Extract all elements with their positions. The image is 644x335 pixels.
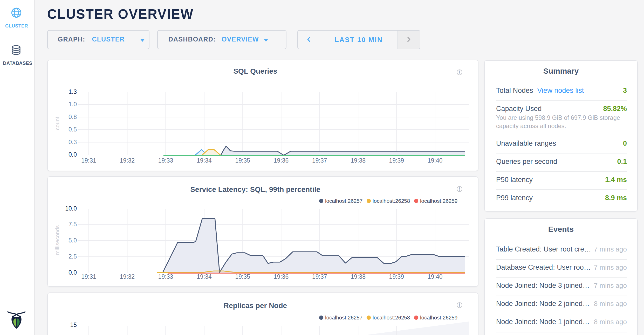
svg-text:0.8: 0.8 [68, 114, 77, 120]
svg-text:localhost:26258: localhost:26258 [373, 198, 410, 204]
svg-text:milliseconds: milliseconds [54, 225, 60, 255]
svg-text:5.0: 5.0 [68, 237, 77, 243]
svg-text:19:33: 19:33 [158, 273, 173, 280]
svg-text:localhost:26259: localhost:26259 [420, 314, 457, 320]
svg-text:19:38: 19:38 [351, 157, 366, 164]
svg-text:7.5: 7.5 [68, 221, 77, 227]
svg-text:2.5: 2.5 [68, 253, 77, 260]
svg-text:1.0: 1.0 [68, 101, 77, 108]
svg-text:0.0: 0.0 [68, 151, 77, 158]
svg-text:19:34: 19:34 [197, 273, 212, 280]
svg-text:19:35: 19:35 [235, 273, 250, 280]
svg-text:19:36: 19:36 [274, 273, 289, 280]
svg-text:19:39: 19:39 [389, 273, 404, 280]
svg-text:19:36: 19:36 [274, 157, 289, 164]
svg-text:localhost:26257: localhost:26257 [325, 314, 362, 320]
svg-text:15: 15 [70, 321, 77, 328]
svg-text:19:32: 19:32 [120, 273, 135, 280]
svg-text:19:31: 19:31 [81, 273, 96, 280]
svg-text:localhost:26257: localhost:26257 [325, 198, 362, 204]
svg-text:19:37: 19:37 [312, 273, 327, 280]
svg-text:19:35: 19:35 [235, 157, 250, 164]
svg-text:19:31: 19:31 [81, 157, 96, 164]
svg-text:0.5: 0.5 [68, 126, 77, 133]
svg-text:0.0: 0.0 [68, 269, 77, 276]
svg-text:count: count [54, 117, 60, 130]
svg-text:1.3: 1.3 [68, 88, 77, 95]
svg-text:19:40: 19:40 [428, 157, 443, 164]
svg-text:0.3: 0.3 [68, 139, 77, 145]
svg-text:19:32: 19:32 [120, 157, 135, 164]
svg-text:localhost:26258: localhost:26258 [373, 314, 410, 320]
svg-text:10.0: 10.0 [65, 205, 77, 212]
svg-text:19:39: 19:39 [389, 157, 404, 164]
svg-text:19:34: 19:34 [197, 157, 212, 164]
svg-text:19:40: 19:40 [428, 273, 443, 280]
svg-text:localhost:26259: localhost:26259 [420, 198, 457, 204]
svg-text:19:37: 19:37 [312, 157, 327, 164]
svg-text:19:33: 19:33 [158, 157, 173, 164]
svg-text:19:38: 19:38 [351, 273, 366, 280]
